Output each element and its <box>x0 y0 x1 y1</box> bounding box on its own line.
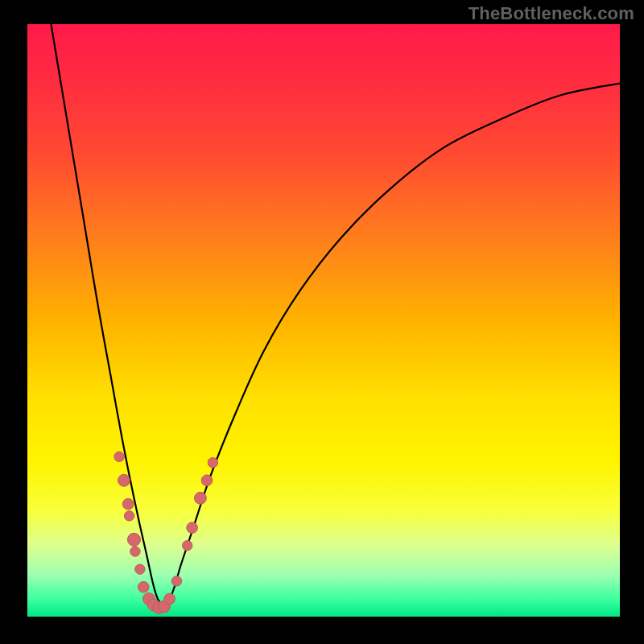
marker-dot <box>183 540 192 550</box>
marker-dot <box>127 533 140 546</box>
marker-dot <box>130 547 140 556</box>
marker-dot <box>187 522 198 534</box>
marker-dot <box>135 564 145 574</box>
bottleneck-chart <box>0 0 644 644</box>
marker-dot <box>201 475 213 486</box>
marker-dot <box>114 452 124 461</box>
chart-frame: TheBottleneck.com <box>0 0 644 644</box>
watermark-text: TheBottleneck.com <box>469 3 634 24</box>
marker-dot <box>138 581 149 592</box>
marker-dot <box>208 457 217 467</box>
marker-dot <box>171 576 181 586</box>
marker-dot <box>194 492 206 504</box>
marker-dot <box>122 498 134 510</box>
plot-background <box>27 24 620 617</box>
marker-dot <box>164 593 175 605</box>
marker-dot <box>118 474 130 486</box>
marker-dot <box>124 511 134 521</box>
